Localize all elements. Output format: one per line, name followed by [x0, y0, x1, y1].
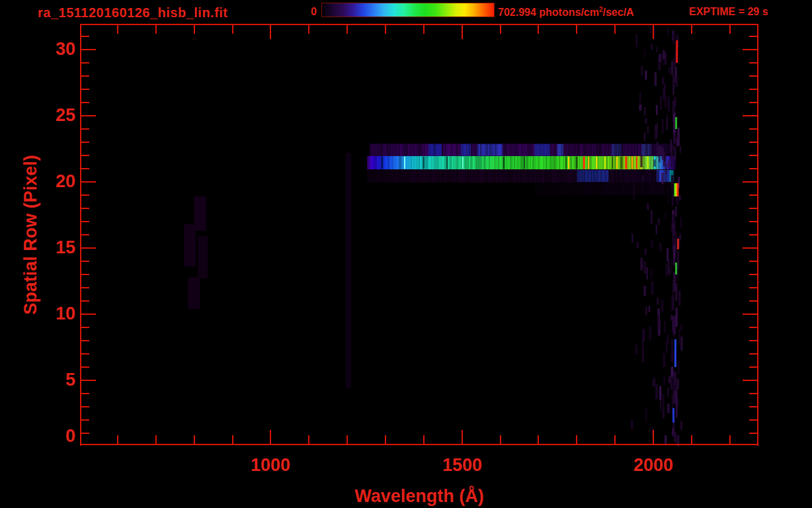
tick [81, 75, 89, 77]
tick [691, 435, 692, 444]
tick [81, 62, 89, 64]
tick [614, 25, 616, 34]
tick [81, 36, 89, 37]
tick [81, 89, 89, 90]
tick [743, 314, 757, 315]
tick [500, 25, 501, 34]
tick [749, 274, 757, 275]
tick [346, 25, 348, 34]
tick [232, 25, 233, 34]
tick [81, 128, 89, 130]
tick [346, 435, 348, 444]
tick [81, 142, 89, 143]
tick [81, 168, 89, 169]
plot-window: ra_151120160126_hisb_lin.fit 0 702.994 p… [0, 0, 812, 508]
tick [743, 247, 757, 249]
tick [81, 155, 89, 156]
colorbar-min-label: 0 [297, 6, 317, 18]
tick [749, 89, 757, 90]
tick [749, 221, 757, 222]
tick [423, 25, 425, 34]
tick [749, 406, 757, 407]
y-axis-line-right [757, 24, 758, 446]
tick [729, 435, 731, 444]
tick [749, 287, 757, 288]
tick [749, 142, 757, 143]
tick [81, 419, 89, 421]
file-title: ra_151120160126_hisb_lin.fit [38, 5, 228, 21]
tick [270, 25, 271, 39]
tick [81, 102, 89, 103]
tick [743, 380, 757, 381]
y-tick-label: 0 [22, 426, 75, 446]
tick [81, 300, 89, 302]
tick [500, 435, 501, 444]
tick [576, 25, 577, 34]
tick [749, 433, 757, 434]
x-axis-title: Wavelength (Å) [313, 486, 525, 507]
tick [81, 221, 89, 222]
tick [308, 25, 309, 34]
tick [462, 25, 463, 39]
tick [749, 155, 757, 156]
x-tick-label: 1500 [416, 455, 508, 476]
tick [653, 430, 654, 444]
tick [308, 435, 309, 444]
tick [81, 287, 89, 288]
colorbar-gradient [321, 3, 495, 17]
tick [749, 340, 757, 341]
tick [81, 353, 89, 355]
tick [194, 435, 195, 444]
tick [117, 25, 118, 34]
tick [749, 234, 757, 235]
tick [614, 435, 616, 444]
flux-value: 702.994 photons/cm [498, 7, 599, 18]
tick [538, 25, 539, 34]
tick [81, 234, 89, 235]
tick [81, 49, 96, 50]
y-axis-title: Spatial Row (Pixel) [20, 103, 40, 367]
tick [81, 181, 96, 183]
tick [81, 406, 89, 407]
tick [749, 393, 757, 394]
tick [749, 75, 757, 77]
tick [653, 25, 654, 39]
tick [749, 128, 757, 130]
tick [81, 194, 89, 196]
tick [155, 25, 157, 34]
tick [81, 247, 96, 249]
tick [117, 435, 118, 444]
tick [385, 25, 386, 34]
x-axis-line [80, 444, 758, 445]
tick [749, 208, 757, 209]
tick [462, 430, 463, 444]
tick [270, 430, 271, 444]
tick [749, 419, 757, 421]
tick [749, 194, 757, 196]
tick [423, 435, 425, 444]
tick [155, 435, 157, 444]
tick [81, 327, 89, 328]
x-axis-line-top [80, 24, 758, 25]
tick [232, 435, 233, 444]
tick [81, 208, 89, 209]
tick [81, 433, 89, 434]
flux-units: /sec/A [603, 7, 634, 18]
tick [194, 25, 195, 34]
tick [81, 366, 89, 368]
tick [81, 340, 89, 341]
tick [749, 102, 757, 103]
tick [691, 25, 692, 34]
tick [743, 49, 757, 50]
tick [749, 300, 757, 302]
tick [749, 36, 757, 37]
tick [81, 380, 96, 381]
tick [81, 393, 89, 394]
spectrum-heatmap [81, 26, 758, 446]
colorbar-max-label: 702.994 photons/cm2/sec/A [498, 6, 634, 19]
x-tick-label: 2000 [607, 455, 700, 476]
tick [749, 327, 757, 328]
x-tick-label: 1000 [224, 455, 317, 476]
tick [385, 435, 386, 444]
y-tick-label: 5 [22, 370, 75, 390]
